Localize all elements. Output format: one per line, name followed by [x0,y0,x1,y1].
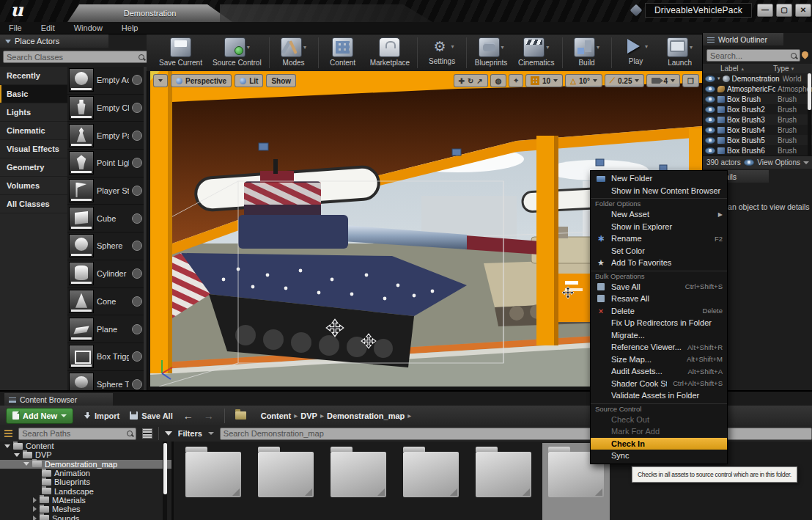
scale-snap-value[interactable]: 0.25 [618,77,632,85]
lit-button[interactable]: Lit [235,74,263,87]
dropdown-caret[interactable]: ▾ [645,43,648,50]
place-actors-scrollbar[interactable] [144,67,147,390]
toolbar-button-blueprints[interactable]: ▾Blueprints [469,37,513,67]
menu-help[interactable]: Help [122,23,139,32]
category-visual-effects[interactable]: Visual Effects [0,140,67,158]
toolbar-button-marketplace[interactable]: Marketplace [365,37,415,67]
toolbar-button-settings[interactable]: ⚙▾Settings [420,37,464,66]
toolbar-button-build[interactable]: ▾Build [565,37,609,67]
search-classes-input[interactable]: Search Classes [3,51,148,63]
actor-item-empty-paw[interactable]: Empty Paw [67,122,144,150]
collapsed-arrow-icon[interactable] [33,497,37,503]
menu-item-shader-cook-statistics[interactable]: Shader Cook Statistics...Ctrl+Alt+Shift+… [591,378,727,390]
menu-item-show-in-new-content-browser[interactable]: Show in New Content Browser [591,185,727,197]
visibility-eye-icon[interactable] [705,137,715,144]
menu-item-new-asset[interactable]: New Asset▶ [591,208,727,221]
dropdown-caret[interactable]: ▾ [597,44,599,51]
outliner-scrollbar[interactable] [808,73,811,155]
outliner-row-atmosphericfog[interactable]: AtmosphericFogAtmosphericF [703,84,812,94]
tree-item-meshes[interactable]: Meshes [0,505,171,513]
class-info-icon[interactable] [132,158,142,168]
tree-item-content[interactable]: Content [0,442,171,450]
minimize-button[interactable]: — [757,4,773,17]
actor-item-point-ligh[interactable]: Point Ligh [67,150,144,177]
camera-speed-value[interactable]: 4 [663,77,668,85]
collapsed-arrow-icon[interactable] [33,516,37,520]
category-basic[interactable]: Basic [0,85,67,103]
actor-item-cone[interactable]: Cone [67,288,144,316]
outliner-search-input[interactable]: Search... [706,49,800,62]
move-tool-icon[interactable]: ✚ [459,77,465,85]
outliner-row-box-brush5[interactable]: Box Brush5Brush [703,135,812,145]
class-info-icon[interactable] [132,379,142,389]
asset-folder[interactable] [325,443,392,520]
save-all-button[interactable]: Save All [130,411,172,420]
rotation-snap-control[interactable]: △ 10° [565,74,602,87]
class-info-icon[interactable] [132,103,142,113]
class-info-icon[interactable] [132,131,142,141]
perspective-button[interactable]: Perspective [171,74,232,87]
tree-item-sounds[interactable]: Sounds [0,513,171,520]
world-outliner-tab[interactable]: World Outliner [703,33,783,45]
expanded-arrow-icon[interactable] [23,462,29,466]
menu-item-save-all[interactable]: Save AllCtrl+Shift+S [591,281,727,293]
toolbar-button-save-current[interactable]: Save Current [154,37,207,67]
menu-item-migrate[interactable]: Migrate... [591,329,727,342]
maximize-button[interactable]: ▢ [776,4,792,17]
outliner-row-box-brush4[interactable]: Box Brush4Brush [703,125,812,135]
expand-caret-icon[interactable]: ▾ [717,76,720,81]
menu-item-new-folder[interactable]: New Folder [591,172,727,185]
class-info-icon[interactable] [132,186,142,196]
tree-scrollbar[interactable] [163,442,167,520]
class-info-icon[interactable] [132,351,142,362]
menu-item-sync[interactable]: Sync [591,450,727,462]
sources-toggle-icon[interactable] [4,430,12,437]
menu-item-rename[interactable]: ∗RenameF2 [591,232,727,245]
actor-item-empty-act[interactable]: Empty Act [67,67,144,95]
filters-button[interactable]: Filters [178,429,202,438]
toolbar-button-content[interactable]: Content [321,37,365,67]
category-volumes[interactable]: Volumes [0,177,67,195]
menu-window[interactable]: Window [74,23,103,32]
rotation-snap-value[interactable]: 10° [579,77,590,85]
rotate-tool-icon[interactable]: ↻ [468,77,473,85]
category-recently-placed[interactable]: Recently Placed [0,67,67,85]
grid-snap-control[interactable]: 10 [525,74,563,87]
outliner-row-box-brush[interactable]: Box BrushBrush [703,94,812,104]
collapsed-arrow-icon[interactable] [33,506,37,512]
class-info-icon[interactable] [132,241,142,251]
actor-item-cylinder[interactable]: Cylinder [67,260,144,288]
actor-item-cube[interactable]: Cube [67,205,144,232]
outliner-row-box-brush2[interactable]: Box Brush2Brush [703,104,812,114]
menu-file[interactable]: File [9,23,22,32]
visibility-eye-icon[interactable] [705,147,715,154]
category-all-classes[interactable]: All Classes [0,195,67,213]
breadcrumb-demonstration-map[interactable]: Demonstration_map [327,411,405,420]
forward-button[interactable]: → [204,410,214,422]
dropdown-caret[interactable]: ▾ [451,43,454,50]
content-browser-tab[interactable]: Content Browser [4,393,113,406]
class-info-icon[interactable] [132,296,142,307]
level-tab[interactable]: Demonstration [67,4,232,22]
category-geometry[interactable]: Geometry [0,158,67,177]
menu-item-show-in-explorer[interactable]: Show in Explorer [591,221,727,233]
visibility-eye-icon[interactable] [705,86,715,92]
asset-folder[interactable] [252,443,320,520]
menu-item-check-in[interactable]: Check In [591,438,727,450]
show-button[interactable]: Show [266,74,296,87]
label-column-header[interactable]: Label [720,65,738,73]
dropdown-caret[interactable]: ▾ [690,44,693,51]
camera-speed-caret[interactable] [671,79,675,82]
back-button[interactable]: ← [183,410,193,422]
add-new-button[interactable]: Add New [6,408,73,424]
menu-item-set-color[interactable]: Set Color [591,245,727,257]
tree-item-materials[interactable]: MAterials [0,496,171,505]
world-local-toggle[interactable]: ◍ [490,74,507,87]
scale-snap-caret[interactable] [635,79,639,82]
asset-folder[interactable] [470,443,537,520]
actor-item-plane[interactable]: Plane [67,315,144,343]
asset-folder[interactable] [180,443,247,520]
menu-item-add-to-favorites[interactable]: ★Add To Favorites [591,257,727,269]
toolbar-button-modes[interactable]: ▾Modes [272,37,316,67]
grid-snap-caret[interactable] [553,79,558,82]
